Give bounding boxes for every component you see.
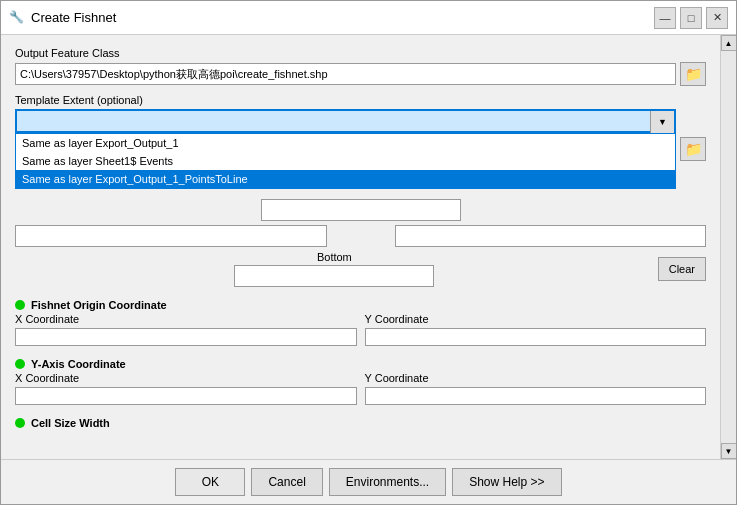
- fishnet-origin-fields: X Coordinate Y Coordinate: [15, 313, 706, 346]
- template-extent-label: Template Extent (optional): [15, 94, 706, 106]
- scrollbar: ▲ ▼: [720, 35, 736, 459]
- ok-button[interactable]: OK: [175, 468, 245, 496]
- y-axis-fields: X Coordinate Y Coordinate: [15, 372, 706, 405]
- maximize-button[interactable]: □: [680, 7, 702, 29]
- app-icon: 🔧: [9, 10, 25, 26]
- environments-button[interactable]: Environments...: [329, 468, 446, 496]
- content-area: Output Feature Class 📁 Template Extent (…: [1, 35, 736, 459]
- fishnet-origin-y-input[interactable]: [365, 328, 707, 346]
- top-extent-group: [261, 199, 461, 221]
- top-extent-row: [15, 199, 706, 221]
- y-axis-header: Y-Axis Coordinate: [15, 358, 706, 370]
- fishnet-origin-x-label: X Coordinate: [15, 313, 357, 325]
- output-input-row: 📁: [15, 62, 706, 86]
- extent-grid: Bottom Clear: [15, 199, 706, 287]
- bottom-bar: OK Cancel Environments... Show Help >>: [1, 459, 736, 504]
- fishnet-origin-x-input[interactable]: [15, 328, 357, 346]
- cancel-button[interactable]: Cancel: [251, 468, 322, 496]
- scroll-track: [721, 51, 736, 443]
- y-axis-x-label: X Coordinate: [15, 372, 357, 384]
- close-button[interactable]: ✕: [706, 7, 728, 29]
- top-extent-input[interactable]: [261, 199, 461, 221]
- show-help-button[interactable]: Show Help >>: [452, 468, 561, 496]
- dropdown-arrow-icon: ▼: [650, 111, 674, 133]
- right-extent-input[interactable]: [395, 225, 707, 247]
- y-axis-dot: [15, 359, 25, 369]
- title-bar-left: 🔧 Create Fishnet: [9, 10, 116, 26]
- template-extent-dropdown-container: ▼ Same as layer Export_Output_1 Same as …: [15, 109, 676, 189]
- output-feature-class-group: Output Feature Class 📁: [15, 47, 706, 86]
- cell-size-label: Cell Size Width: [31, 417, 110, 429]
- minimize-button[interactable]: —: [654, 7, 676, 29]
- bottom-extent-label: Bottom: [317, 251, 352, 263]
- dropdown-list: Same as layer Export_Output_1 Same as la…: [15, 133, 676, 189]
- template-extent-folder-button[interactable]: 📁: [680, 137, 706, 161]
- scroll-down-button[interactable]: ▼: [721, 443, 737, 459]
- window-controls: — □ ✕: [654, 7, 728, 29]
- fishnet-origin-label: Fishnet Origin Coordinate: [31, 299, 167, 311]
- template-extent-row: ▼ Same as layer Export_Output_1 Same as …: [15, 109, 706, 189]
- y-axis-label: Y-Axis Coordinate: [31, 358, 126, 370]
- clear-button[interactable]: Clear: [658, 257, 706, 281]
- y-axis-y-label: Y Coordinate: [365, 372, 707, 384]
- title-bar: 🔧 Create Fishnet — □ ✕: [1, 1, 736, 35]
- cell-size-dot: [15, 418, 25, 428]
- fishnet-origin-dot: [15, 300, 25, 310]
- bottom-extent-input[interactable]: [234, 265, 434, 287]
- cell-size-width-header: Cell Size Width: [15, 417, 706, 429]
- fishnet-origin-header: Fishnet Origin Coordinate: [15, 299, 706, 311]
- fishnet-origin-y-label: Y Coordinate: [365, 313, 707, 325]
- dropdown-item-2[interactable]: Same as layer Sheet1$ Events: [16, 152, 675, 170]
- output-feature-class-label: Output Feature Class: [15, 47, 706, 59]
- main-window: 🔧 Create Fishnet — □ ✕ Output Feature Cl…: [0, 0, 737, 505]
- y-axis-x-group: X Coordinate: [15, 372, 357, 405]
- y-axis-y-input[interactable]: [365, 387, 707, 405]
- y-axis-y-group: Y Coordinate: [365, 372, 707, 405]
- fishnet-origin-section: Fishnet Origin Coordinate X Coordinate Y…: [15, 295, 706, 346]
- bottom-extent-row: Bottom Clear: [15, 251, 706, 287]
- dropdown-item-3[interactable]: Same as layer Export_Output_1_PointsToLi…: [16, 170, 675, 188]
- template-extent-dropdown[interactable]: ▼: [15, 109, 676, 133]
- lr-extent-row: [15, 225, 706, 247]
- left-extent-input[interactable]: [15, 225, 327, 247]
- window-title: Create Fishnet: [31, 10, 116, 25]
- output-feature-class-input[interactable]: [15, 63, 676, 85]
- main-content: Output Feature Class 📁 Template Extent (…: [1, 35, 720, 459]
- y-axis-x-input[interactable]: [15, 387, 357, 405]
- output-folder-button[interactable]: 📁: [680, 62, 706, 86]
- bottom-label-group: Bottom: [15, 251, 654, 287]
- y-axis-section: Y-Axis Coordinate X Coordinate Y Coordin…: [15, 354, 706, 405]
- template-extent-group: Template Extent (optional) ▼ Same as lay…: [15, 94, 706, 189]
- fishnet-origin-x-group: X Coordinate: [15, 313, 357, 346]
- dropdown-item-1[interactable]: Same as layer Export_Output_1: [16, 134, 675, 152]
- scroll-up-button[interactable]: ▲: [721, 35, 737, 51]
- fishnet-origin-y-group: Y Coordinate: [365, 313, 707, 346]
